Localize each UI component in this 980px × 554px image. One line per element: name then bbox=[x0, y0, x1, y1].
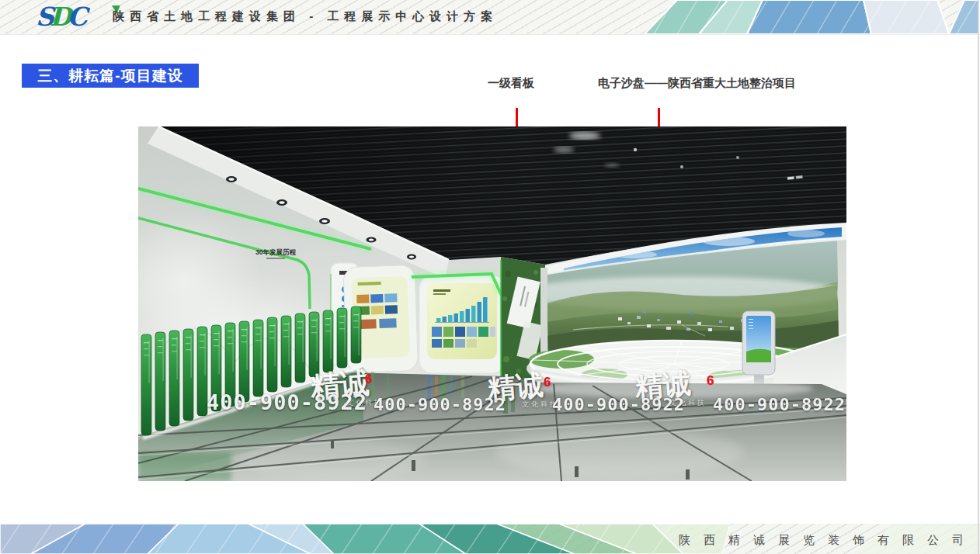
watermark-phone: 400-900-8922 bbox=[713, 395, 846, 414]
watermark-red-mark: 6 bbox=[544, 375, 551, 390]
footer-company-name: 陕西精诚展览装饰有限公司 bbox=[679, 533, 977, 548]
page-header: SDC 陕西省土地工程建设集团 - 工程展示中心设计方案 bbox=[0, 0, 980, 35]
header-deco-triangles bbox=[631, 0, 980, 34]
render-scene: 30年发展历程 bbox=[138, 126, 846, 481]
wall-sign: 30年发展历程 bbox=[255, 248, 296, 256]
wall-sign-subline bbox=[266, 258, 285, 259]
watermark-red-mark: 6 bbox=[707, 373, 714, 389]
section-title-badge: 三、耕耘篇-项目建设 bbox=[22, 64, 199, 88]
page-footer: 陕西精诚展览装饰有限公司 bbox=[0, 524, 980, 554]
window-edge-line bbox=[978, 0, 979, 554]
logo-letter-c: C bbox=[67, 1, 87, 33]
callout-label-sandtable: 电子沙盘——陕西省重大土地整治项目 bbox=[598, 76, 796, 91]
watermark-phone: 400-900-8922 bbox=[374, 395, 506, 414]
watermark-red-mark: 6 bbox=[365, 372, 372, 387]
header-title: 陕西省土地工程建设集团 - 工程展示中心设计方案 bbox=[113, 9, 498, 24]
watermark-phone: 400-900-8922 bbox=[207, 390, 367, 414]
callout-label-kanban: 一级看板 bbox=[488, 76, 534, 91]
display-wall-b bbox=[419, 275, 505, 373]
watermark-phone: 400-900-8922 bbox=[552, 395, 685, 414]
exhibition-hall-render: 30年发展历程 bbox=[138, 126, 846, 481]
company-logo: SDC bbox=[36, 1, 83, 33]
slide-page: SDC 陕西省土地工程建设集团 - 工程展示中心设计方案 三、耕耘篇-项目建设 … bbox=[0, 0, 980, 554]
